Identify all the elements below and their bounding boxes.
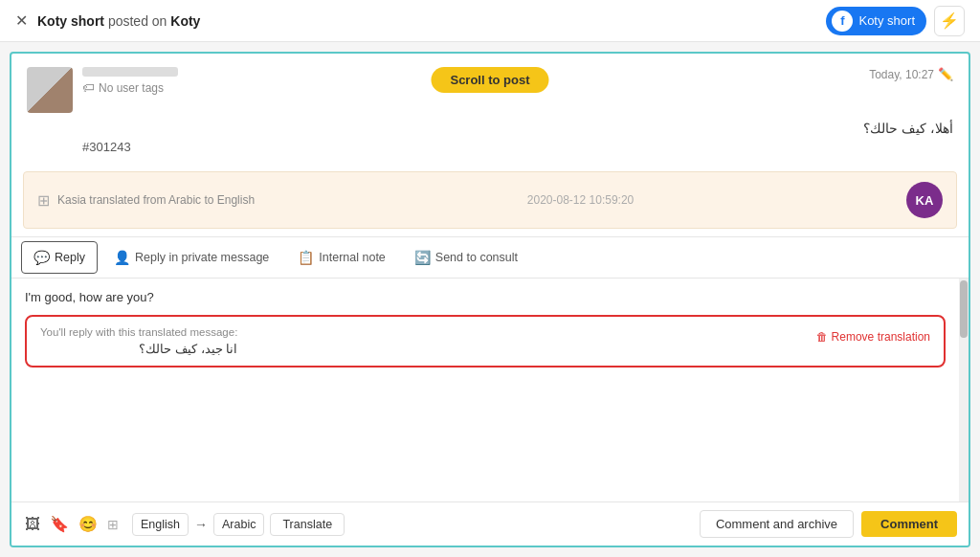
lang-selector: English → Arabic Translate <box>132 513 345 536</box>
author-name-placeholder <box>82 67 178 77</box>
timestamp-text: Today, 10:27 <box>869 68 934 81</box>
reply-scrollbar[interactable] <box>959 278 969 501</box>
reply-area[interactable]: I'm good, how are you? You'll reply with… <box>11 278 959 501</box>
tag-icon: 🏷 <box>82 80 95 95</box>
translation-timestamp: 2020-08-12 10:59:20 <box>527 193 634 207</box>
remove-translation-label: Remove translation <box>832 330 930 344</box>
source-language-selector[interactable]: English <box>132 513 189 536</box>
header-title: Koty short posted on Koty <box>37 13 200 29</box>
tab-reply-label: Reply <box>55 251 85 264</box>
tab-reply-private-label: Reply in private message <box>135 251 269 264</box>
reply-scrollbar-thumb <box>960 280 968 338</box>
image-button[interactable]: 🖼 <box>23 514 42 535</box>
header: ✕ Koty short posted on Koty f Koty short… <box>0 0 980 42</box>
tab-reply[interactable]: 💬 Reply <box>21 241 98 274</box>
bookmark-button[interactable]: 🔖 <box>48 513 71 535</box>
header-title-action: posted on <box>108 13 167 29</box>
reply-input-text[interactable]: I'm good, how are you? <box>25 288 946 307</box>
internal-note-icon: 📋 <box>298 250 314 265</box>
post-ticket-number: #301243 <box>82 140 953 154</box>
tab-send-to-consult[interactable]: 🔄 Send to consult <box>402 241 530 274</box>
reply-private-icon: 👤 <box>114 250 130 265</box>
consult-icon: 🔄 <box>414 250 431 265</box>
bottom-toolbar: 🖼 🔖 😊 ⊞ English → Arabic Translate Comme… <box>11 501 969 546</box>
translator-avatar: KA <box>906 182 943 218</box>
emoji-button[interactable]: 😊 <box>77 513 100 535</box>
header-right: f Koty short ⚡ <box>826 6 965 36</box>
fb-profile-name: Koty short <box>858 13 915 28</box>
post-meta: 🏷 No user tags <box>82 67 178 95</box>
reply-wrapper: I'm good, how are you? You'll reply with… <box>11 278 969 501</box>
header-title-name: Koty short <box>37 13 104 29</box>
tab-internal-note-label: Internal note <box>319 251 386 264</box>
lightning-button[interactable]: ⚡ <box>934 6 965 36</box>
target-language-selector[interactable]: Arabic <box>213 513 264 536</box>
translate-button[interactable]: Translate <box>270 513 345 536</box>
close-icon[interactable]: ✕ <box>15 11 28 30</box>
tab-send-to-consult-label: Send to consult <box>435 251 518 264</box>
translation-notice: You'll reply with this translated messag… <box>25 315 946 368</box>
main-area: Scroll to post 🏷 No user tags Today, 10:… <box>0 42 980 557</box>
fb-profile-badge[interactable]: f Koty short <box>826 7 926 35</box>
translation-text: Kasia translated from Arabic to English <box>57 193 255 207</box>
comment-and-archive-button[interactable]: Comment and archive <box>700 510 854 538</box>
grid-button[interactable]: ⊞ <box>105 515 121 534</box>
facebook-icon: f <box>832 11 853 32</box>
header-title-location: Koty <box>170 13 200 29</box>
header-left: ✕ Koty short posted on Koty <box>15 11 200 30</box>
translation-notice-text: انا جيد، كيف حالك؟ <box>40 342 237 356</box>
arrow-icon: → <box>194 517 208 532</box>
translation-bar: ⊞ Kasia translated from Arabic to Englis… <box>23 171 957 229</box>
avatar <box>27 67 73 113</box>
reply-tab-icon: 💬 <box>33 250 50 265</box>
remove-translation-button[interactable]: 🗑 Remove translation <box>816 326 930 344</box>
no-user-tags-label: No user tags <box>99 81 164 95</box>
translation-info: ⊞ Kasia translated from Arabic to Englis… <box>37 191 255 210</box>
translation-notice-label: You'll reply with this translated messag… <box>40 326 237 338</box>
post-timestamp: Today, 10:27 ✏️ <box>869 67 953 81</box>
no-user-tags: 🏷 No user tags <box>82 80 178 95</box>
post-content: أهلا، كيف حالك؟ #301243 <box>27 121 953 154</box>
post-left: 🏷 No user tags <box>27 67 178 113</box>
conversation-panel: Scroll to post 🏷 No user tags Today, 10:… <box>10 52 970 547</box>
comment-button[interactable]: Comment <box>861 511 957 537</box>
scroll-to-post-button[interactable]: Scroll to post <box>431 67 548 93</box>
translation-icon: ⊞ <box>37 191 50 210</box>
reply-tabs: 💬 Reply 👤 Reply in private message 📋 Int… <box>11 236 969 278</box>
post-arabic-text: أهلا، كيف حالك؟ <box>82 121 953 136</box>
toolbar-icons: 🖼 🔖 😊 ⊞ <box>23 513 121 535</box>
edit-icon: ✏️ <box>938 67 953 81</box>
trash-icon: 🗑 <box>816 330 828 344</box>
tab-reply-private[interactable]: 👤 Reply in private message <box>101 241 281 274</box>
tab-internal-note[interactable]: 📋 Internal note <box>285 241 398 274</box>
